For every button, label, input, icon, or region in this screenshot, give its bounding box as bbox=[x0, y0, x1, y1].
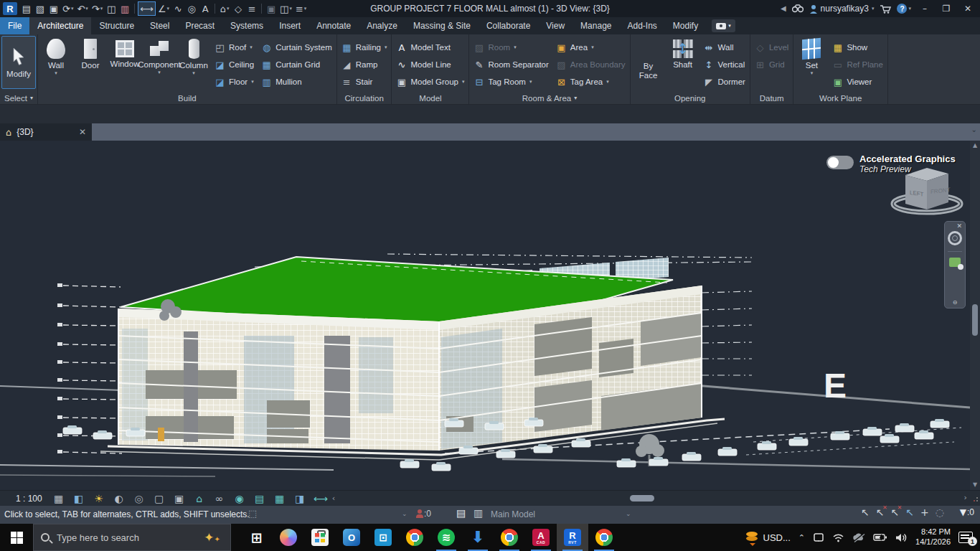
drag-on-selection-toggle[interactable]: + bbox=[920, 507, 929, 517]
ribbon-tab-add-ins[interactable]: Add-Ins bbox=[619, 17, 664, 34]
taskbar-app-revit[interactable]: RRVT bbox=[557, 524, 588, 551]
scroll-up-icon[interactable]: ▲ bbox=[973, 141, 977, 151]
close-button[interactable]: ✕ bbox=[960, 4, 976, 13]
taskbar-clock[interactable]: 8:42 PM 14/1/2026 bbox=[915, 527, 951, 547]
area-button[interactable]: ▣Area▾ bbox=[553, 39, 628, 56]
navigation-bar[interactable]: ✕ ⊖ bbox=[944, 221, 966, 309]
customize-qat-icon[interactable]: ≡▾ bbox=[294, 1, 308, 16]
vertical-opening-button[interactable]: ↕Vertical bbox=[701, 56, 748, 73]
railing-button[interactable]: ▦Railing▾ bbox=[339, 39, 390, 56]
schedule-icon[interactable]: ≡ bbox=[245, 1, 258, 16]
drawing-area[interactable]: E LEFT FRONT Accelerated Graphics Tech P… bbox=[0, 141, 980, 490]
model-line-button[interactable]: ∿Model Line bbox=[393, 56, 467, 73]
media-button[interactable]: ▾ bbox=[712, 19, 735, 32]
tag-room-button[interactable]: ⊟Tag Room▾ bbox=[471, 73, 551, 90]
mullion-button[interactable]: ▥Mullion bbox=[258, 73, 335, 90]
panel-label-model[interactable]: Model bbox=[393, 92, 467, 104]
design-options-icon[interactable]: ▥ bbox=[473, 508, 483, 518]
viewer-button[interactable]: ▣Viewer bbox=[829, 73, 886, 90]
panel-label-opening[interactable]: Opening bbox=[632, 92, 748, 104]
tray-expand-icon[interactable]: ⌃ bbox=[798, 533, 805, 542]
taskbar-app-downloads[interactable]: ⬇ bbox=[462, 524, 494, 551]
view-scale[interactable]: 1 : 100 bbox=[0, 494, 52, 504]
action-center-icon[interactable]: 1 bbox=[958, 532, 973, 543]
grid-button[interactable]: ⊞Grid bbox=[752, 56, 792, 73]
measure-icon[interactable]: ∠▾ bbox=[156, 1, 171, 16]
area-boundary-button[interactable]: ▨Area Boundary bbox=[553, 56, 628, 73]
level-markers[interactable] bbox=[57, 283, 62, 453]
collapse-search-icon[interactable]: ◀ bbox=[781, 5, 786, 12]
project-journal-icon[interactable]: ▤ bbox=[20, 1, 33, 16]
component-button[interactable]: Component▾ bbox=[143, 36, 176, 75]
default-3d-view-icon[interactable]: ⌂▾ bbox=[218, 1, 231, 16]
device-icon[interactable] bbox=[813, 532, 824, 542]
detail-line-icon[interactable]: ∿ bbox=[171, 1, 184, 16]
crop-view-icon[interactable]: ▢ bbox=[153, 494, 166, 504]
taskbar-app-chrome[interactable] bbox=[399, 524, 430, 551]
room-button[interactable]: ▨Room▾ bbox=[471, 39, 551, 56]
speaker-icon[interactable] bbox=[895, 533, 908, 542]
taskbar-app-capcut[interactable]: ⊡ bbox=[367, 524, 399, 551]
ribbon-tab-systems[interactable]: Systems bbox=[222, 17, 271, 34]
ribbon-tab-analyze[interactable]: Analyze bbox=[359, 17, 405, 34]
panel-label-work-plane[interactable]: Work Plane bbox=[795, 92, 886, 104]
modify-button[interactable]: Modify bbox=[1, 36, 36, 89]
ribbon-tab-architecture[interactable]: Architecture bbox=[29, 17, 91, 34]
ribbon-tab-annotate[interactable]: Annotate bbox=[308, 17, 359, 34]
editing-requests[interactable]: :0 bbox=[416, 509, 431, 519]
tab-3d-view[interactable]: ⌂ {3D} ✕ bbox=[0, 123, 92, 141]
panel-label-select[interactable]: Select▾ bbox=[1, 92, 36, 104]
taskbar-search[interactable]: Type here to search ✦✦ bbox=[33, 524, 231, 551]
panel-label-circulation[interactable]: Circulation bbox=[339, 92, 390, 104]
room-separator-button[interactable]: ✎Room Separator bbox=[471, 56, 551, 73]
close-view-tab-icon[interactable]: ✕ bbox=[79, 128, 86, 136]
taskbar-app-spotify[interactable]: ≋ bbox=[430, 524, 462, 551]
viewbar-collapse-icon[interactable]: ‹ bbox=[332, 494, 335, 502]
analytical-model-icon[interactable]: ▦ bbox=[273, 494, 286, 504]
copy-monitor-icon[interactable]: ▣ bbox=[265, 1, 278, 16]
ribbon-tab-structure[interactable]: Structure bbox=[91, 17, 142, 34]
cart-icon[interactable] bbox=[880, 4, 891, 14]
model-group-button[interactable]: ▣Model Group▾ bbox=[393, 73, 467, 90]
wall-opening-button[interactable]: ⇹Wall bbox=[701, 39, 748, 56]
window-button[interactable]: Window bbox=[108, 36, 141, 69]
print-icon[interactable]: ◫ bbox=[105, 1, 118, 16]
usd-tray-item[interactable]: USD... bbox=[745, 531, 791, 544]
by-face-button[interactable]: By Face bbox=[632, 36, 665, 80]
steering-wheel-icon[interactable] bbox=[948, 231, 962, 245]
3d-model-view[interactable]: E LEFT FRONT bbox=[0, 141, 970, 490]
scroll-down-icon[interactable]: ▼ bbox=[973, 480, 977, 490]
tag-icon[interactable]: ◎ bbox=[185, 1, 198, 16]
taskbar-app-chrome[interactable] bbox=[494, 524, 525, 551]
temporary-view-properties-icon[interactable]: ▤ bbox=[253, 494, 266, 504]
restore-button[interactable]: ❐ bbox=[938, 4, 954, 13]
scroll-right-icon[interactable]: › bbox=[964, 494, 967, 501]
taskbar-app-autocad[interactable]: ACAD bbox=[525, 524, 557, 551]
ribbon-tab-view[interactable]: View bbox=[538, 17, 573, 34]
aligned-dimension-icon[interactable]: ⟷ bbox=[138, 1, 156, 16]
reveal-constraints-icon[interactable]: ⟷ bbox=[314, 494, 326, 504]
undo-icon[interactable]: ↶▾ bbox=[75, 1, 89, 16]
select-links-toggle[interactable]: ↖ bbox=[861, 507, 870, 517]
taskbar-app-chrome[interactable] bbox=[588, 524, 620, 551]
shaft-button[interactable]: Shaft bbox=[666, 36, 699, 70]
elevation-marker-east[interactable]: E bbox=[824, 367, 847, 405]
vertical-scrollbar[interactable]: ▲ ▼ bbox=[970, 141, 980, 490]
select-pinned-toggle[interactable]: ↖✕ bbox=[891, 507, 900, 517]
ribbon-tab-manage[interactable]: Manage bbox=[573, 17, 619, 34]
ribbon-tab-file[interactable]: File bbox=[0, 17, 29, 34]
text-icon[interactable]: A bbox=[199, 1, 212, 16]
design-option-caret-icon[interactable]: ⌄ bbox=[626, 511, 631, 517]
taskbar-app-ms-store[interactable] bbox=[304, 524, 336, 551]
temporary-hide-isolate-icon[interactable]: ∞ bbox=[213, 494, 226, 504]
reveal-hidden-icon[interactable]: ◉ bbox=[233, 494, 246, 504]
signed-in-user[interactable]: nursyafikay3 ▾ bbox=[809, 4, 875, 14]
worksets-icon[interactable]: ▤ bbox=[456, 508, 466, 518]
resize-grip[interactable] bbox=[973, 496, 979, 502]
sun-path-icon[interactable]: ☀ bbox=[93, 494, 105, 504]
tag-area-button[interactable]: ⊠Tag Area▾ bbox=[553, 73, 628, 90]
ceiling-button[interactable]: ◪Ceiling bbox=[212, 56, 257, 73]
render-dialog-icon[interactable]: ◎ bbox=[133, 494, 146, 504]
select-underlay-toggle[interactable]: ↖✕ bbox=[876, 507, 885, 517]
displacement-sets-icon[interactable]: ◨ bbox=[293, 494, 306, 504]
